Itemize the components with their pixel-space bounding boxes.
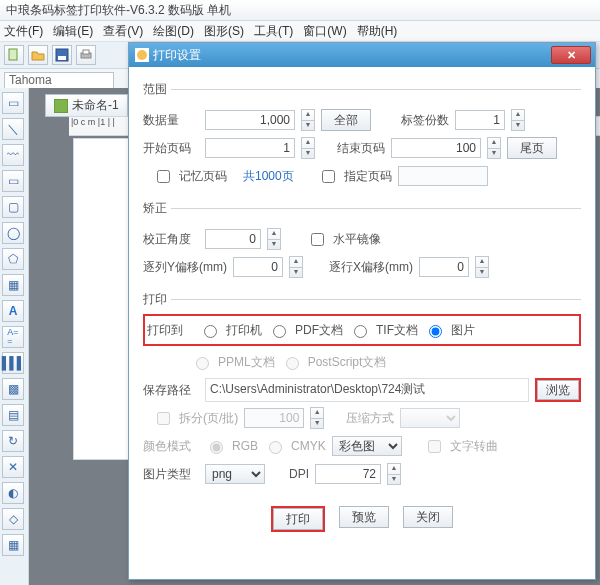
dialog-title: 打印设置 xyxy=(153,47,201,64)
input-split xyxy=(244,408,304,428)
tool-curve-icon[interactable]: 〰 xyxy=(2,144,24,166)
input-angle[interactable] xyxy=(205,229,261,249)
input-end-page[interactable] xyxy=(391,138,481,158)
toolbar-open-icon[interactable] xyxy=(28,45,48,65)
radio-printer[interactable] xyxy=(204,325,217,338)
radio-tif[interactable] xyxy=(354,325,367,338)
radio-pdf[interactable] xyxy=(273,325,286,338)
menu-shape[interactable]: 图形(S) xyxy=(204,21,244,41)
tool-image-icon[interactable]: ▤ xyxy=(2,404,24,426)
spinner-yoffset[interactable]: ▲▼ xyxy=(289,256,303,278)
app-title: 中琅条码标签打印软件-V6.3.2 数码版 单机 xyxy=(6,3,231,17)
label-mirror: 水平镜像 xyxy=(333,231,381,248)
label-color-mode: 颜色模式 xyxy=(143,438,199,455)
group-correct: 矫正 校正角度 ▲▼ 水平镜像 逐列Y偏移(mm) ▲▼ 逐行X偏移(mm) ▲… xyxy=(143,200,581,285)
input-dpi[interactable] xyxy=(315,464,381,484)
spinner-start[interactable]: ▲▼ xyxy=(301,137,315,159)
group-print-legend: 打印 xyxy=(143,291,171,308)
lastpage-button[interactable]: 尾页 xyxy=(507,137,557,159)
spinner-data-count[interactable]: ▲▼ xyxy=(301,109,315,131)
label-radio-ppml: PPML文档 xyxy=(218,354,275,371)
tool-polygon-icon[interactable]: ⬠ xyxy=(2,248,24,270)
label-save-path: 保存路径 xyxy=(143,382,199,399)
tool-richtext-icon[interactable]: A== xyxy=(2,326,24,348)
highlight-print-button: 打印 xyxy=(271,506,325,532)
input-xoffset[interactable] xyxy=(419,257,469,277)
radio-cmyk xyxy=(269,441,282,454)
label-xoffset: 逐行X偏移(mm) xyxy=(329,259,413,276)
toolbar-new-icon[interactable] xyxy=(4,45,24,65)
label-radio-image: 图片 xyxy=(451,322,475,339)
document-tab-label: 未命名-1 xyxy=(72,97,119,114)
document-tab[interactable]: 未命名-1 xyxy=(45,94,128,117)
menu-file[interactable]: 文件(F) xyxy=(4,21,43,41)
dialog-titlebar[interactable]: 打印设置 ✕ xyxy=(129,43,595,67)
label-remember-page: 记忆页码 xyxy=(179,168,227,185)
spinner-xoffset[interactable]: ▲▼ xyxy=(475,256,489,278)
label-radio-pdf: PDF文档 xyxy=(295,322,343,339)
input-yoffset[interactable] xyxy=(233,257,283,277)
tool-cross-icon[interactable]: ✕ xyxy=(2,456,24,478)
label-radio-printer: 打印机 xyxy=(226,322,262,339)
radio-image[interactable] xyxy=(429,325,442,338)
close-button[interactable]: 关闭 xyxy=(403,506,453,528)
tool-ellipse-icon[interactable]: ◯ xyxy=(2,222,24,244)
svg-rect-2 xyxy=(58,56,66,60)
tool-table-icon[interactable]: ▦ xyxy=(2,274,24,296)
tool-barcode-icon[interactable]: ▌▌▌ xyxy=(2,352,24,374)
menu-tools[interactable]: 工具(T) xyxy=(254,21,293,41)
all-button[interactable]: 全部 xyxy=(321,109,371,131)
input-specify-page xyxy=(398,166,488,186)
tool-rotate-icon[interactable]: ↻ xyxy=(2,430,24,452)
spinner-copies[interactable]: ▲▼ xyxy=(511,109,525,131)
spinner-end[interactable]: ▲▼ xyxy=(487,137,501,159)
label-cmyk: CMYK xyxy=(291,439,326,453)
svg-rect-0 xyxy=(9,49,17,60)
browse-button[interactable]: 浏览 xyxy=(537,380,579,400)
radio-ppml xyxy=(196,357,209,370)
menu-view[interactable]: 查看(V) xyxy=(103,21,143,41)
toolbar-print-icon[interactable] xyxy=(76,45,96,65)
radio-rgb xyxy=(210,441,223,454)
spinner-dpi[interactable]: ▲▼ xyxy=(387,463,401,485)
label-compress: 压缩方式 xyxy=(346,410,394,427)
tool-palette: ▭ ＼ 〰 ▭ ▢ ◯ ⬠ ▦ A A== ▌▌▌ ▩ ▤ ↻ ✕ ◐ ◇ ▦ xyxy=(0,88,29,585)
spinner-angle[interactable]: ▲▼ xyxy=(267,228,281,250)
chk-mirror[interactable] xyxy=(311,233,324,246)
chk-remember-page[interactable] xyxy=(157,170,170,183)
tool-qrcode-icon[interactable]: ▩ xyxy=(2,378,24,400)
app-titlebar: 中琅条码标签打印软件-V6.3.2 数码版 单机 xyxy=(0,0,600,21)
group-correct-legend: 矫正 xyxy=(143,200,171,217)
preview-button[interactable]: 预览 xyxy=(339,506,389,528)
input-data-count[interactable] xyxy=(205,110,295,130)
group-print: 打印 打印到 打印机 PDF文档 TIF文档 图片 PPML文档 xyxy=(143,291,581,492)
input-copies[interactable] xyxy=(455,110,505,130)
select-color[interactable]: 彩色图 xyxy=(332,436,402,456)
tool-line-icon[interactable]: ＼ xyxy=(2,118,24,140)
tool-diamond-icon[interactable]: ◇ xyxy=(2,508,24,530)
menu-edit[interactable]: 编辑(E) xyxy=(53,21,93,41)
input-start-page[interactable] xyxy=(205,138,295,158)
toolbar-save-icon[interactable] xyxy=(52,45,72,65)
menu-draw[interactable]: 绘图(D) xyxy=(153,21,194,41)
label-print-to: 打印到 xyxy=(147,322,193,339)
label-copies: 标签份数 xyxy=(401,112,449,129)
app-menubar: 文件(F) 编辑(E) 查看(V) 绘图(D) 图形(S) 工具(T) 窗口(W… xyxy=(0,21,600,42)
print-button[interactable]: 打印 xyxy=(273,508,323,530)
tool-rect-icon[interactable]: ▭ xyxy=(2,170,24,192)
label-dpi: DPI xyxy=(289,467,309,481)
dialog-close-button[interactable]: ✕ xyxy=(551,46,591,64)
chk-split xyxy=(157,412,170,425)
label-angle: 校正角度 xyxy=(143,231,199,248)
tool-grid-icon[interactable]: ▦ xyxy=(2,534,24,556)
select-image-type[interactable]: png xyxy=(205,464,265,484)
tool-cursor-icon[interactable]: ▭ xyxy=(2,92,24,114)
tool-path-cut-icon[interactable]: ◐ xyxy=(2,482,24,504)
label-start-page: 开始页码 xyxy=(143,140,199,157)
tool-text-icon[interactable]: A xyxy=(2,300,24,322)
tool-roundrect-icon[interactable]: ▢ xyxy=(2,196,24,218)
label-text-outline: 文字转曲 xyxy=(450,438,498,455)
menu-help[interactable]: 帮助(H) xyxy=(357,21,398,41)
menu-window[interactable]: 窗口(W) xyxy=(303,21,346,41)
chk-specify-page[interactable] xyxy=(322,170,335,183)
